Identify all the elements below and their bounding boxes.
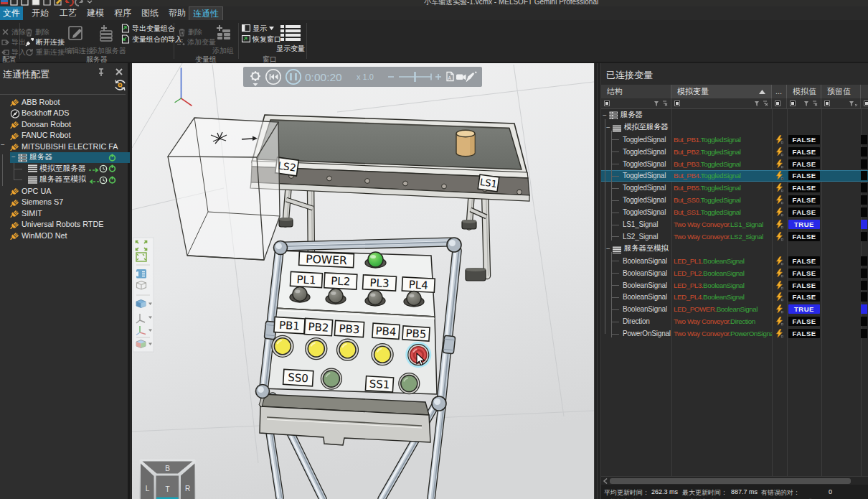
cylinder-part[interactable] [456, 130, 475, 157]
ribbon-button-add-group[interactable]: 添加组 [211, 22, 235, 55]
value-pill[interactable]: FALSE [788, 256, 820, 266]
navigation-cube[interactable]: B L T R [140, 460, 196, 499]
menu-tab-4[interactable]: 图纸 [137, 6, 163, 20]
filter-row-cell[interactable] [821, 98, 861, 109]
filter-checkbox[interactable] [824, 101, 830, 106]
ribbon-button[interactable]: 添加变量 [176, 37, 216, 47]
tree-opc-ua[interactable]: OPC UA [0, 185, 130, 197]
ribbon-button-restore-windows[interactable]: 恢复窗口 [242, 34, 281, 44]
column-header-sim-value[interactable]: 模拟值 [787, 85, 821, 98]
ribbon-button-edit-connection[interactable]: 编辑连接 [65, 22, 89, 55]
tree-item-5[interactable]: − 服务器 [0, 152, 130, 164]
pb3-button-yellow[interactable] [337, 339, 359, 360]
variable-row[interactable]: −模拟至服务器 [601, 121, 868, 134]
tree-beckhoff-ads[interactable]: Beckhoff ADS [0, 108, 130, 119]
variable-row[interactable]: BooleanSignal LED_PL2.BooleanSignal FALS… [601, 267, 868, 279]
value-pill[interactable]: FALSE [788, 183, 820, 192]
tree-expander-icon[interactable]: − [1, 141, 5, 149]
tree-expander-icon[interactable]: − [606, 245, 610, 253]
pb1-button-yellow[interactable] [272, 335, 293, 357]
ss1-button-green[interactable] [399, 373, 420, 394]
filter-funnel-icon[interactable] [754, 100, 770, 107]
filter-checkbox[interactable] [604, 101, 610, 106]
variable-row[interactable]: −服务器至模拟 [601, 243, 868, 255]
tree-expander-icon[interactable]: − [603, 111, 607, 119]
tree-fanuc-robot[interactable]: FANUC Robot [0, 130, 130, 141]
value-pill[interactable]: FALSE [788, 159, 820, 169]
value-pill[interactable]: TRUE [788, 220, 820, 229]
value-pill[interactable]: FALSE [788, 147, 820, 157]
pb2-button-yellow[interactable] [306, 338, 327, 360]
variable-row[interactable]: PowerOnSignal Two Way Conveyor.PowerOnSi… [601, 327, 868, 340]
redo-icon[interactable] [75, 0, 84, 6]
menu-tab-connectivity[interactable]: 连通性 [189, 6, 223, 20]
menu-tab-0[interactable]: 开始 [27, 6, 53, 20]
value-pill[interactable]: FALSE [788, 171, 820, 180]
filter-funnel-icon[interactable] [803, 100, 819, 107]
variable-row[interactable]: BooleanSignal LED_PL4.BooleanSignal FALS… [601, 292, 868, 304]
ribbon-button-show-variables[interactable]: 显示变量 [276, 22, 305, 55]
value-pill[interactable]: FALSE [788, 281, 820, 290]
filter-checkbox[interactable] [775, 101, 780, 106]
column-header-structure[interactable]: 结构 [601, 85, 671, 98]
ribbon-button[interactable]: 断开连接 [25, 37, 65, 47]
variable-row[interactable]: BooleanSignal LED_POWER.BooleanSignal TR… [601, 303, 868, 315]
ribbon-button[interactable]: 导入 [1, 47, 26, 57]
variable-row[interactable]: ToggledSignal But_PB2.ToggledSignal FALS… [601, 146, 868, 158]
ribbon-button[interactable]: 导出 [1, 37, 26, 47]
edit-icon[interactable] [54, 0, 63, 6]
tree-expander-icon[interactable]: − [606, 123, 610, 131]
transparent-box[interactable] [168, 118, 280, 260]
filter-checkbox[interactable] [790, 101, 796, 106]
tree-simit[interactable]: SIMIT [0, 207, 130, 219]
value-pill[interactable]: FALSE [788, 329, 820, 338]
variable-row[interactable]: Direction Two Way Conveyor.Direction FAL… [601, 315, 868, 327]
variable-row[interactable]: ToggledSignal But_SS0.ToggledSignal FALS… [601, 194, 868, 206]
ribbon-button-add-server[interactable]: 添加服务器 [90, 22, 122, 55]
ribbon-button-export-pairs[interactable]: 导出变量组合 [121, 24, 175, 33]
ribbon-button[interactable]: 删除 [178, 27, 202, 37]
tree-expander-icon[interactable]: − [11, 153, 16, 161]
variable-row[interactable]: LS1_Signal Two Way Conveyor.LS1_Signal T… [601, 218, 868, 230]
value-pill[interactable]: FALSE [788, 292, 820, 302]
tree-mitsubishi-electric-fa[interactable]: − MITSUBISHI ELECTRIC FA [0, 141, 130, 152]
filter-checkbox[interactable] [674, 101, 680, 106]
refresh-connections-icon[interactable] [113, 79, 128, 92]
view-mode-icon[interactable] [136, 269, 146, 279]
tree-abb-robot[interactable]: ABB Robot [0, 96, 130, 108]
panel-splitter[interactable] [594, 63, 601, 499]
ribbon-button[interactable]: 清除 [1, 27, 26, 37]
filter-funnel-icon[interactable] [654, 100, 669, 107]
filter-row-cell[interactable] [772, 98, 787, 109]
save-all-icon[interactable] [43, 0, 52, 6]
variable-row[interactable]: LS2_Signal Two Way Conveyor.LS2_Signal F… [601, 230, 868, 243]
variable-row[interactable]: ToggledSignal But_PB4.ToggledSignal FALS… [601, 170, 868, 182]
variable-row[interactable]: BooleanSignal LED_PL1.BooleanSignal FALS… [601, 255, 868, 267]
close-icon[interactable] [116, 69, 122, 75]
filter-row-cell[interactable] [861, 98, 868, 109]
tree-winmod-net[interactable]: WinMOD Net [0, 230, 130, 241]
pb4-button-yellow[interactable] [372, 344, 393, 365]
value-pill[interactable]: FALSE [788, 207, 820, 217]
save-file-icon[interactable] [32, 0, 41, 6]
menu-tab-5[interactable]: 帮助 [164, 6, 190, 20]
tree-universal-robots-rtde[interactable]: Universal Robots RTDE [0, 219, 130, 230]
variable-row[interactable]: ToggledSignal But_SS1.ToggledSignal FALS… [601, 206, 868, 218]
filter-checkbox[interactable] [864, 101, 868, 106]
filter-row-cell[interactable] [671, 98, 772, 109]
filter-funnel-icon[interactable] [849, 100, 859, 107]
app-logo-icon[interactable] [1, 0, 10, 6]
menu-tab-file[interactable]: 文件 [0, 6, 23, 20]
variable-row[interactable]: ToggledSignal But_PB1.ToggledSignal FALS… [601, 134, 868, 146]
viewport-3d[interactable]: LS2 LS1 POWER PL1 PL2 PL3 PL4 PB1 PB2 PB… [132, 63, 594, 499]
tree-siemens-s7[interactable]: Siemens S7 [0, 197, 130, 208]
column-header-sim-variable[interactable]: 模拟变量 [671, 85, 772, 98]
open-file-icon[interactable] [21, 0, 30, 6]
value-pill[interactable]: FALSE [788, 135, 820, 144]
ribbon-button[interactable]: 删除 [25, 27, 49, 37]
value-pill[interactable]: FALSE [788, 195, 820, 205]
variable-row[interactable]: ToggledSignal But_PB5.ToggledSignal FALS… [601, 182, 868, 194]
value-pill[interactable]: FALSE [788, 317, 820, 326]
menu-tab-3[interactable]: 程序 [110, 6, 136, 20]
variable-row[interactable]: −服务器 [601, 109, 868, 121]
